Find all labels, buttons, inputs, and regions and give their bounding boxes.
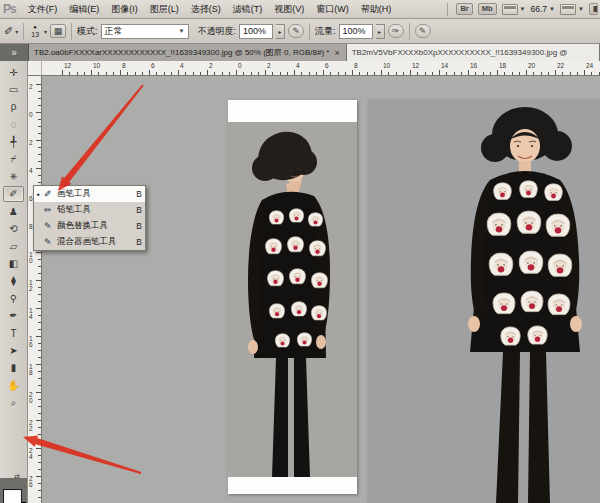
document-tab-2[interactable]: TB2mV5VbFXXXXb0XpXXXXXXXXXX_!!1639349300… [347, 44, 600, 61]
flow-slider-button[interactable]: ▸ [376, 24, 385, 39]
brush-preset-picker[interactable]: ● 13 [29, 23, 41, 39]
foreground-color-swatch[interactable] [3, 489, 22, 503]
混合器画笔工具-icon: ✎ [44, 237, 57, 247]
menu-窗口W[interactable]: 窗口(W) [310, 2, 355, 16]
vruler-label: 1 2 [29, 280, 33, 292]
flyout-item-label: 颜色替换工具 [57, 220, 134, 232]
document-tab-bar: » TB2.oa0bFXXXXarXXXXXXXXXXXX_!!16393493… [0, 44, 600, 61]
chevron-down-icon: ▼ [179, 28, 185, 34]
arrange-documents-icon [502, 4, 518, 15]
hruler-label: 10 [383, 62, 390, 69]
vruler-label: 2 4 [29, 448, 33, 460]
document-tab-1[interactable]: TB2.oa0bFXXXXarXXXXXXXXXXXX_!!1639349300… [29, 44, 347, 61]
hruler-label: 6 [151, 62, 155, 69]
hruler-label: 16 [470, 62, 477, 69]
vruler-label: 1 8 [29, 364, 33, 376]
flyout-item-shortcut: B [134, 205, 142, 215]
menu-编辑E[interactable]: 编辑(E) [63, 2, 105, 16]
vertical-ruler[interactable]: 2024681 01 21 41 61 82 02 22 42 6 [28, 76, 42, 503]
vruler-label: 4 [29, 168, 33, 174]
clone-stamp-tool-icon[interactable]: ♟ [3, 203, 24, 219]
menubar-right-controls: Br Mb ▼ 66.7 ▼ ▼ ▦ [444, 3, 600, 16]
options-separator [23, 23, 24, 40]
menu-文件F[interactable]: 文件(F) [22, 2, 64, 16]
blend-mode-select[interactable]: 正常 ▼ [101, 24, 189, 39]
hruler-label: 2 [209, 62, 213, 69]
mini-bridge-button[interactable]: Mb [478, 3, 497, 15]
画笔工具-icon: ✐ [44, 189, 57, 199]
pen-tool-icon[interactable]: ✒ [3, 308, 24, 324]
horizontal-ruler[interactable]: 1210864202468101214161820222426 [42, 61, 600, 76]
menu-items: 文件(F)编辑(E)图像(I)图层(L)选择(S)滤镜(T)视图(V)窗口(W)… [22, 3, 398, 16]
hruler-label: 22 [557, 62, 564, 69]
toggle-brush-panel-button[interactable]: ▦ [50, 24, 66, 38]
menu-图像I[interactable]: 图像(I) [105, 2, 144, 16]
close-icon[interactable]: × [333, 48, 340, 58]
opacity-input[interactable]: 100% [239, 24, 273, 39]
hand-tool-icon[interactable]: ✋ [3, 377, 24, 393]
blur-tool-icon[interactable]: ⧫ [3, 273, 24, 289]
hruler-label: 6 [325, 62, 329, 69]
dodge-tool-icon[interactable]: ⚲ [3, 290, 24, 306]
shape-tool-icon[interactable]: ▮ [3, 360, 24, 376]
options-separator [409, 23, 410, 40]
hruler-label: 4 [296, 62, 300, 69]
brush-tip-preview-icon: ● [33, 24, 37, 30]
history-brush-tool-icon[interactable]: ⟲ [3, 221, 24, 237]
options-separator [71, 23, 72, 40]
brush-tool-icon[interactable]: ✐ [3, 186, 24, 202]
menu-视图V[interactable]: 视图(V) [268, 2, 310, 16]
tablet-pressure-size-icon[interactable]: ✎ [415, 24, 431, 38]
flyout-item-label: 画笔工具 [57, 188, 134, 200]
vruler-label: 2 [29, 84, 33, 90]
crop-tool-icon[interactable]: ╃ [3, 134, 24, 150]
canvas-image-right[interactable] [368, 100, 600, 503]
flyout-item-混合器画笔工具[interactable]: ✎混合器画笔工具B [34, 234, 145, 250]
vruler-label: 2 6 [29, 476, 33, 488]
quick-selection-tool-icon[interactable]: ◌ [3, 116, 24, 132]
path-select-tool-icon[interactable]: ➤ [3, 342, 24, 358]
airbrush-toggle-icon[interactable]: ✑ [388, 24, 404, 38]
opacity-slider-button[interactable]: ▸ [276, 24, 285, 39]
blend-mode-value: 正常 [105, 25, 123, 38]
tool-preset-picker[interactable]: ✐ ▾ [4, 25, 18, 38]
flyout-item-颜色替换工具[interactable]: ✎颜色替换工具B [34, 218, 145, 234]
tool-options-bar: ✐ ▾ ● 13 ▾ ▦ 模式: 正常 ▼ 不透明度: 100% ▸ ✎ 流量:… [0, 19, 600, 44]
zoom-level-control[interactable]: 66.7 ▼ [531, 4, 556, 14]
hruler-label: 14 [441, 62, 448, 69]
tab-overflow-chevron[interactable]: » [0, 44, 29, 61]
canvas-image-left[interactable] [228, 100, 357, 494]
document-canvas[interactable] [42, 76, 600, 503]
chevron-down-icon: ▼ [549, 6, 555, 12]
flow-input[interactable]: 100% [339, 24, 373, 39]
gradient-tool-icon[interactable]: ◧ [3, 255, 24, 271]
zoom-tool-icon[interactable]: ⌕ [3, 395, 24, 411]
menu-滤镜T[interactable]: 滤镜(T) [227, 2, 269, 16]
healing-brush-tool-icon[interactable]: ✳ [3, 168, 24, 184]
menu-图层L[interactable]: 图层(L) [144, 2, 185, 16]
flyout-item-label: 混合器画笔工具 [57, 236, 134, 248]
type-tool-icon[interactable]: T [3, 325, 24, 341]
menu-bar: Ps 文件(F)编辑(E)图像(I)图层(L)选择(S)滤镜(T)视图(V)窗口… [0, 0, 600, 19]
brush-tools-flyout-menu: ▪✐画笔工具B✏铅笔工具B✎颜色替换工具B✎混合器画笔工具B [33, 185, 146, 251]
arrange-documents-button[interactable]: ▼ [502, 4, 526, 15]
zoom-level-value: 66.7 [531, 4, 548, 14]
brush-size-value: 13 [31, 32, 39, 38]
screen-mode-button[interactable]: ▼ [560, 4, 584, 15]
menu-帮助H[interactable]: 帮助(H) [355, 2, 398, 16]
flyout-item-画笔工具[interactable]: ▪✐画笔工具B [34, 186, 145, 202]
eyedropper-tool-icon[interactable]: ⌿ [3, 151, 24, 167]
document-tab-1-title: TB2.oa0bFXXXXarXXXXXXXXXXXX_!!1639349300… [34, 47, 329, 58]
lasso-tool-icon[interactable]: ρ [3, 99, 24, 115]
eraser-tool-icon[interactable]: ▱ [3, 238, 24, 254]
menu-选择S[interactable]: 选择(S) [185, 2, 227, 16]
move-tool-icon[interactable]: ✛ [3, 64, 24, 80]
workspace-button-clipped[interactable]: ▦ [589, 3, 598, 15]
screen-mode-icon [560, 4, 576, 15]
bridge-button[interactable]: Br [456, 3, 472, 15]
tablet-pressure-opacity-icon[interactable]: ✎ [288, 24, 304, 38]
flyout-item-铅笔工具[interactable]: ✏铅笔工具B [34, 202, 145, 218]
hruler-label: 4 [180, 62, 184, 69]
hruler-label: 8 [354, 62, 358, 69]
marquee-tool-icon[interactable]: ▭ [3, 81, 24, 97]
